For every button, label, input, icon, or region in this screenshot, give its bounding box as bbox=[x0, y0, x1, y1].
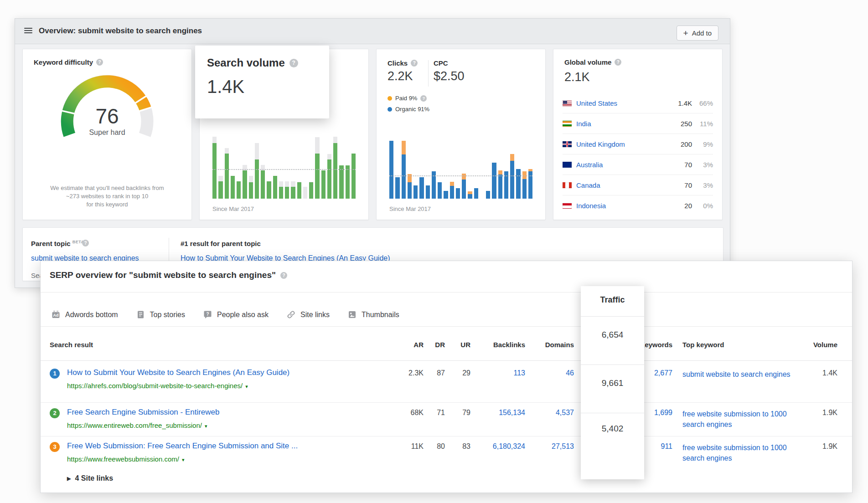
chart-bar bbox=[413, 185, 418, 199]
country-percent: 3% bbox=[692, 161, 713, 169]
serp-feature-people-also-ask[interactable]: ?People also ask bbox=[203, 310, 269, 319]
col-ur[interactable]: UR bbox=[460, 341, 470, 349]
help-icon[interactable] bbox=[615, 59, 621, 66]
col-dr[interactable]: DR bbox=[435, 341, 445, 349]
result-url-link[interactable]: https://ahrefs.com/blog/submit-website-t… bbox=[67, 382, 243, 390]
bar-segment-top bbox=[498, 170, 502, 175]
chart-bar bbox=[297, 182, 301, 199]
difficulty-note: We estimate that you'll need backlinks f… bbox=[30, 184, 184, 209]
menu-icon[interactable] bbox=[24, 28, 32, 34]
url-dropdown-caret-icon[interactable]: ▾ bbox=[205, 423, 207, 429]
chart-bar bbox=[395, 177, 399, 199]
keyword-difficulty-title: Keyword difficulty bbox=[34, 58, 103, 66]
col-keywords[interactable]: Keywords bbox=[640, 341, 672, 349]
domains-link[interactable]: 27,513 bbox=[552, 442, 574, 451]
cpc-title: CPC bbox=[434, 59, 448, 67]
col-volume[interactable]: Volume bbox=[813, 341, 837, 349]
bar-segment bbox=[456, 188, 460, 199]
serp-feature-top-stories[interactable]: Top stories bbox=[136, 310, 185, 319]
serp-feature-adwords-bottom[interactable]: AdAdwords bottom bbox=[52, 310, 118, 319]
people-also-ask-icon: ? bbox=[203, 310, 212, 319]
svg-text:?: ? bbox=[206, 312, 209, 317]
country-link[interactable]: United Kingdom bbox=[576, 140, 625, 148]
au-flag-icon bbox=[563, 162, 572, 168]
divider bbox=[581, 413, 644, 413]
bar-segment-top bbox=[510, 154, 514, 161]
difficulty-label: Super hard bbox=[57, 128, 157, 137]
backlinks-link[interactable]: 6,180,324 bbox=[493, 442, 525, 451]
result-url-link[interactable]: https://www.freewebsubmission.com/ bbox=[67, 455, 179, 463]
traffic-value: 5,402 bbox=[581, 424, 644, 434]
url-dropdown-caret-icon[interactable]: ▾ bbox=[245, 384, 248, 389]
result-title-link[interactable]: How to Submit Your Website to Search Eng… bbox=[67, 368, 289, 377]
col-ar[interactable]: AR bbox=[413, 341, 424, 349]
keywords-link[interactable]: 911 bbox=[661, 442, 672, 451]
country-row: United States1.4K66% bbox=[563, 93, 713, 113]
url-dropdown-caret-icon[interactable]: ▾ bbox=[182, 457, 185, 462]
help-icon[interactable] bbox=[280, 272, 287, 279]
chart-bar bbox=[291, 181, 295, 199]
add-to-button[interactable]: + Add to bbox=[677, 26, 718, 41]
bar-segment bbox=[267, 181, 271, 199]
col-search-result[interactable]: Search result bbox=[50, 341, 93, 349]
bar-segment-top bbox=[212, 137, 217, 143]
top-keyword-link[interactable]: free website submission to 1000 search e… bbox=[682, 442, 801, 463]
serp-result-row: 3Free Web Submission: Free Search Engine… bbox=[41, 436, 852, 470]
keywords-link[interactable]: 1,699 bbox=[654, 409, 672, 417]
bar-segment bbox=[432, 171, 436, 199]
traffic-column-popup[interactable]: Traffic 6,654 9,661 5,402 bbox=[581, 286, 644, 479]
bar-segment bbox=[243, 170, 247, 199]
help-icon[interactable] bbox=[411, 60, 418, 67]
domains-link[interactable]: 4,537 bbox=[556, 409, 574, 417]
volume-value: 1.9K bbox=[822, 442, 837, 451]
col-domains[interactable]: Domains bbox=[545, 341, 574, 349]
ar-value: 68K bbox=[411, 409, 424, 417]
help-icon[interactable] bbox=[420, 95, 427, 102]
bar-segment bbox=[395, 177, 399, 199]
help-icon[interactable] bbox=[96, 59, 103, 66]
result-title-link[interactable]: Free Web Submission: Free Search Engine … bbox=[67, 441, 298, 451]
chart-bar bbox=[212, 137, 217, 199]
rank-badge: 2 bbox=[50, 408, 60, 418]
col-top-keyword[interactable]: Top keyword bbox=[682, 341, 724, 349]
country-link[interactable]: Indonesia bbox=[576, 202, 606, 210]
country-link[interactable]: India bbox=[576, 120, 591, 128]
chart-bar bbox=[327, 154, 331, 199]
svg-text:Ad: Ad bbox=[53, 313, 59, 318]
site-links-toggle[interactable]: ▶ 4 Site links bbox=[67, 474, 113, 482]
country-link[interactable]: Canada bbox=[576, 181, 600, 189]
top-keyword-link[interactable]: free website submission to 1000 search e… bbox=[682, 409, 801, 430]
volume-value: 1.4K bbox=[822, 369, 837, 377]
backlinks-link[interactable]: 113 bbox=[513, 369, 525, 377]
country-list: United States1.4K66%India25011%United Ki… bbox=[563, 93, 713, 216]
serp-feature-site-links[interactable]: Site links bbox=[287, 310, 330, 319]
backlinks-link[interactable]: 156,134 bbox=[499, 409, 525, 417]
overview-window: Overview: submit website to search engin… bbox=[15, 18, 730, 288]
feature-label: Thumbnails bbox=[362, 311, 399, 319]
feature-label: Adwords bottom bbox=[65, 311, 118, 319]
serp-feature-thumbnails[interactable]: Thumbnails bbox=[348, 310, 399, 319]
bar-segment bbox=[297, 182, 301, 199]
keywords-link[interactable]: 2,677 bbox=[654, 369, 672, 377]
result-url-link[interactable]: https://www.entireweb.com/free_submissio… bbox=[67, 421, 202, 429]
bar-segment-top bbox=[303, 187, 307, 199]
country-link[interactable]: United States bbox=[576, 99, 617, 107]
country-volume: 70 bbox=[668, 181, 692, 189]
help-icon[interactable] bbox=[289, 59, 298, 67]
global-volume-value: 2.1K bbox=[564, 70, 590, 84]
col-backlinks[interactable]: Backlinks bbox=[493, 341, 525, 349]
desktop: Overview: submit website to search engin… bbox=[0, 0, 868, 503]
ur-value: 83 bbox=[462, 442, 470, 451]
help-icon[interactable] bbox=[82, 240, 89, 246]
bar-segment-top bbox=[327, 154, 331, 159]
bar-segment bbox=[327, 159, 331, 199]
bar-segment-top bbox=[408, 174, 412, 182]
search-volume-popup-value: 1.4K bbox=[207, 77, 244, 97]
chart-bar bbox=[303, 187, 307, 199]
country-link[interactable]: Australia bbox=[576, 161, 603, 169]
result-title-link[interactable]: Free Search Engine Submission - Entirewe… bbox=[67, 408, 220, 417]
site-links-icon bbox=[287, 310, 295, 319]
top-keyword-link[interactable]: submit website to search engines bbox=[682, 369, 801, 380]
domains-link[interactable]: 46 bbox=[566, 369, 574, 377]
serp-result-row: 1How to Submit Your Website to Search En… bbox=[41, 360, 852, 403]
